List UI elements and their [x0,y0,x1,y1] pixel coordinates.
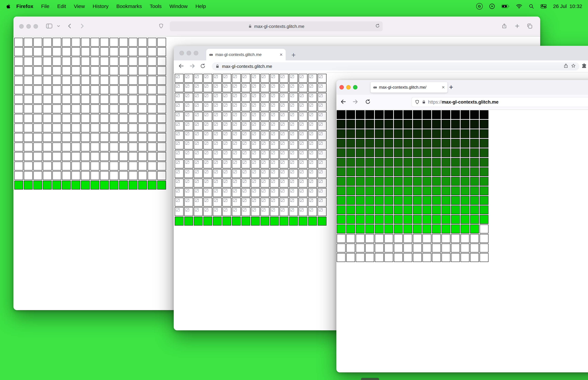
canvas-cell [318,188,326,197]
privacy-shield-icon[interactable] [158,23,164,29]
canvas-cell [129,133,137,142]
new-tab-icon[interactable] [514,23,520,30]
canvas-cell [91,152,99,161]
canvas-cell [52,57,61,66]
close-window-button[interactable] [340,85,344,90]
tab-overview-icon[interactable] [527,23,533,30]
close-window-button[interactable] [19,24,24,29]
share-icon[interactable] [501,23,507,30]
canvas-row [337,167,588,176]
canvas-cell [461,177,469,186]
canvas-row [337,110,588,119]
battery-icon[interactable] [501,4,510,8]
extensions-puzzle-icon[interactable] [581,63,587,69]
canvas-cell [33,57,42,66]
dock-edge[interactable] [361,378,379,380]
menubar-menu-item[interactable]: Edit [57,3,66,9]
lock-icon[interactable] [422,100,426,104]
menubar-menu-item[interactable]: Help [195,3,206,9]
canvas-cell [241,102,250,111]
close-window-button[interactable] [179,51,184,55]
canvas-cell [261,179,269,188]
play-circle-icon[interactable] [489,3,495,9]
zoom-window-button[interactable] [194,51,198,55]
canvas-cell [308,198,317,207]
new-tab-button[interactable]: + [449,84,453,91]
canvas-cell [251,207,260,216]
close-tab-button[interactable]: × [280,52,283,57]
chrome-active-tab[interactable]: ∞ max-gl-contexts.glitch.me × [206,49,286,60]
control-center-icon[interactable] [541,4,547,8]
firefox-active-tab[interactable]: ∞ max-gl-contexts.glitch.me/ × [371,82,447,93]
menubar-menu-item[interactable]: History [93,3,109,9]
canvas-cell [346,196,355,205]
safari-address-bar[interactable]: max-gl-contexts.glitch.me [170,21,383,31]
apple-menu[interactable] [6,3,11,9]
chrome-address-bar[interactable]: max-gl-contexts.glitch.me [212,62,579,70]
reload-icon[interactable] [375,23,380,29]
g-badge-icon[interactable]: G [476,3,483,10]
wifi-icon[interactable] [516,4,522,9]
reload-button[interactable] [200,63,206,70]
share-icon[interactable] [563,63,569,70]
back-button[interactable] [67,23,73,30]
canvas-cell [213,160,222,168]
canvas-cell [461,234,469,243]
canvas-cell [441,110,450,119]
spotlight-icon[interactable] [529,3,534,9]
minimize-window-button[interactable] [26,24,31,29]
menubar-menu-item[interactable]: Bookmarks [116,3,142,9]
canvas-cell [81,181,90,190]
canvas-cell [280,179,288,188]
back-button[interactable] [340,99,346,105]
canvas-cell [72,95,80,104]
menubar-clock[interactable]: 26 Jul 10:32 [553,3,582,9]
reload-button[interactable] [365,99,371,105]
bookmark-star-icon[interactable] [571,63,576,70]
menubar-menu-item[interactable]: View [74,3,85,9]
canvas-cell [33,76,42,85]
canvas-cell [346,187,355,195]
canvas-cell [72,66,80,75]
canvas-cell [318,121,326,130]
canvas-cell [222,74,231,83]
canvas-cell [129,152,137,161]
canvas-cell [110,181,118,190]
forward-button[interactable] [189,63,195,70]
canvas-cell [241,150,250,159]
canvas-cell [129,76,137,85]
tracking-shield-icon[interactable] [415,100,419,104]
canvas-cell [308,121,317,130]
canvas-cell [375,196,384,205]
close-tab-button[interactable]: × [442,85,445,90]
chevron-down-icon[interactable] [56,24,61,29]
firefox-address-bar[interactable]: https://max-gl-contexts.glitch.me [412,97,588,107]
zoom-window-button[interactable] [34,24,38,29]
canvas-cell [375,215,384,224]
canvas-cell [394,215,403,224]
canvas-cell [43,66,52,75]
zoom-window-button[interactable] [353,85,358,90]
canvas-cell [91,114,99,123]
canvas-cell [384,206,393,214]
menubar-menu-item[interactable]: Tools [150,3,162,9]
sidebar-icon[interactable] [46,23,52,29]
menubar-menu-item[interactable]: Window [170,3,188,9]
canvas-cell [337,234,345,243]
canvas-cell [422,167,431,176]
new-tab-button[interactable]: + [291,52,296,59]
canvas-cell [194,150,203,159]
canvas-cell [470,129,479,138]
canvas-cell [403,244,412,252]
forward-button[interactable] [79,23,85,30]
canvas-cell [203,150,212,159]
canvas-cell [33,85,42,94]
minimize-window-button[interactable] [346,85,351,90]
minimize-window-button[interactable] [187,51,191,55]
canvas-cell [24,47,33,56]
forward-button[interactable] [352,99,358,105]
back-button[interactable] [178,63,184,70]
canvas-cell [432,167,441,176]
menubar-app-name[interactable]: Firefox [16,3,33,9]
menubar-menu-item[interactable]: File [41,3,49,9]
